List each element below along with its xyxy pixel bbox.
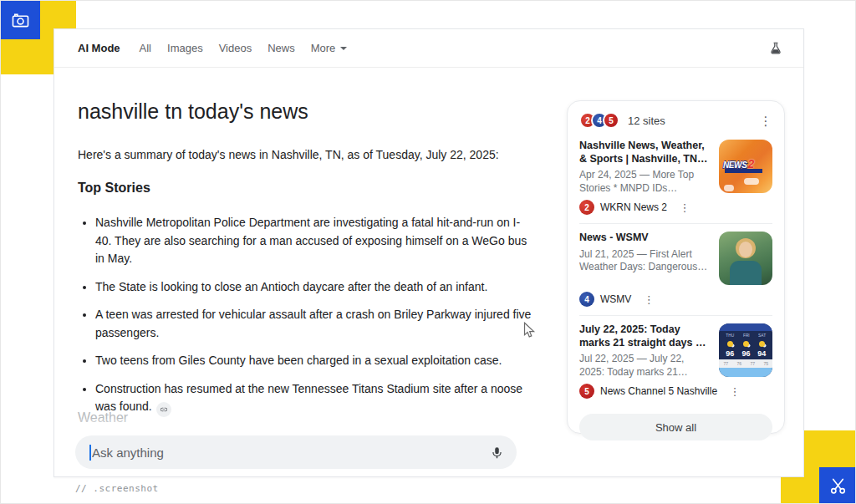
search-results-window: AI Mode All Images Videos News More nash… <box>54 28 804 477</box>
answer-intro: Here's a summary of today's news in Nash… <box>78 146 546 163</box>
sun-cloud-icon <box>743 341 749 347</box>
list-item: Construction has resumed at the new Tenn… <box>95 380 533 418</box>
forecast-high: 94 <box>757 349 766 358</box>
story-text: The State is looking to close an Antioch… <box>95 280 487 293</box>
list-item: The State is looking to close an Antioch… <box>95 278 533 297</box>
forecast-columns: THU96 FRI96 SAT94 <box>719 331 772 359</box>
sites-count: 12 sites <box>628 115 665 127</box>
source-card-snippet: Apr 24, 2025 — More Top Stories * MNPD I… <box>579 169 711 195</box>
tab-ai-mode[interactable]: AI Mode <box>78 42 120 54</box>
source-favicon: 2 <box>579 200 594 215</box>
list-item: Two teens from Giles County have been ch… <box>95 352 533 370</box>
cloud-shape <box>724 185 734 191</box>
source-attribution: 4 WSMV <box>579 292 772 307</box>
tab-videos[interactable]: Videos <box>219 42 252 54</box>
tab-all[interactable]: All <box>140 42 151 54</box>
source-card-title[interactable]: July 22, 2025: Today marks 21 straight d… <box>579 323 711 349</box>
kebab-icon[interactable] <box>678 202 691 213</box>
tab-news[interactable]: News <box>268 42 295 54</box>
source-card-snippet: Jul 21, 2025 — First Alert Weather Days:… <box>579 248 711 274</box>
source-attribution: 5 News Channel 5 Nashville <box>579 384 772 399</box>
scissors-badge[interactable] <box>819 467 856 504</box>
nav-more-menu[interactable]: More <box>311 42 348 54</box>
forecast-header-bar <box>719 323 772 331</box>
story-text: A teen was arrested for vehicular assaul… <box>95 308 531 339</box>
ask-input-field[interactable] <box>91 445 490 460</box>
story-text: Nashville Metropolitan Police Department… <box>95 216 527 265</box>
link-icon <box>160 405 168 414</box>
source-card-snippet: Jul 22, 2025 — July 22, 2025: Today mark… <box>579 353 711 379</box>
labs-button[interactable] <box>768 41 783 56</box>
microphone-button[interactable] <box>490 445 504 460</box>
source-name[interactable]: News Channel 5 Nashville <box>600 385 717 397</box>
watermark-label: // .screenshot <box>75 483 159 494</box>
forecast-low: 75 <box>763 361 768 365</box>
source-favicon: 4 <box>579 292 594 307</box>
source-card[interactable]: Nashville News, Weather, & Sports | Nash… <box>579 132 772 223</box>
forecast-day: SAT <box>758 333 766 338</box>
source-card-thumbnail[interactable]: THU96 FRI96 SAT94 77 76 77 75 <box>719 323 772 377</box>
forecast-high: 96 <box>726 349 734 358</box>
camera-icon <box>11 11 30 30</box>
kebab-icon[interactable] <box>642 294 655 305</box>
microphone-icon <box>490 445 504 460</box>
flask-icon <box>768 41 783 56</box>
forecast-low: 77 <box>723 361 728 365</box>
forecast-high: 96 <box>742 349 751 358</box>
chevron-down-icon <box>340 47 347 50</box>
source-name[interactable]: WKRN News 2 <box>600 201 667 213</box>
source-card-title[interactable]: Nashville News, Weather, & Sports | Nash… <box>579 140 711 165</box>
cloud-shape <box>744 178 759 185</box>
news2-logo-banner <box>725 169 762 173</box>
tab-images[interactable]: Images <box>167 42 203 54</box>
sources-panel: 2 4 5 12 sites Nashville News, Weather, … <box>567 100 785 434</box>
list-item: Nashville Metropolitan Police Department… <box>95 214 533 268</box>
source-card-thumbnail[interactable] <box>719 232 772 285</box>
mouse-cursor <box>523 322 536 339</box>
sun-cloud-icon <box>727 341 733 347</box>
favicon-newschannel5: 5 <box>603 112 619 129</box>
kebab-icon[interactable] <box>759 115 772 127</box>
top-stories-list: Nashville Metropolitan Police Department… <box>78 214 533 427</box>
forecast-footer-bar <box>719 368 772 377</box>
story-text: Two teens from Giles County have been ch… <box>95 354 502 367</box>
forecast-day: FRI <box>743 333 750 338</box>
favicon-cluster: 2 4 5 <box>579 112 619 129</box>
nav-more-label: More <box>311 42 336 54</box>
section-heading-weather: Weather <box>78 410 128 425</box>
sun-cloud-icon <box>759 341 765 347</box>
source-favicon: 5 <box>579 384 594 399</box>
forecast-low: 76 <box>736 361 741 365</box>
kebab-icon[interactable] <box>728 386 741 397</box>
query-title: nashville tn today's news <box>78 99 308 124</box>
list-item: A teen was arrested for vehicular assaul… <box>95 306 533 342</box>
camera-badge[interactable] <box>1 1 40 39</box>
source-attribution: 2 WKRN News 2 <box>579 200 772 215</box>
source-card-thumbnail[interactable]: NEWS 2 <box>719 140 772 193</box>
forecast-lows-strip: 77 76 77 75 <box>719 359 772 368</box>
scissors-icon <box>828 476 848 496</box>
source-card[interactable]: July 22, 2025: Today marks 21 straight d… <box>579 316 772 407</box>
forecast-low: 77 <box>750 361 755 365</box>
source-card-title[interactable]: News - WSMV <box>579 232 711 245</box>
forecast-day: THU <box>726 333 734 338</box>
source-name[interactable]: WSMV <box>600 293 631 305</box>
show-all-button[interactable]: Show all <box>579 414 772 440</box>
ask-anything-bar[interactable] <box>75 435 517 469</box>
citation-link-chip[interactable] <box>156 402 171 417</box>
reporter-photo-shape <box>739 242 752 257</box>
section-heading-top-stories: Top Stories <box>78 181 150 196</box>
screenshot-root: // .screenshot AI Mode All Images Videos… <box>0 0 856 504</box>
search-nav-tabs: AI Mode All Images Videos News More <box>54 29 803 68</box>
source-card[interactable]: News - WSMV Jul 21, 2025 — First Alert W… <box>579 224 772 315</box>
sources-header: 2 4 5 12 sites <box>579 112 772 129</box>
reporter-photo-shape <box>730 261 762 285</box>
